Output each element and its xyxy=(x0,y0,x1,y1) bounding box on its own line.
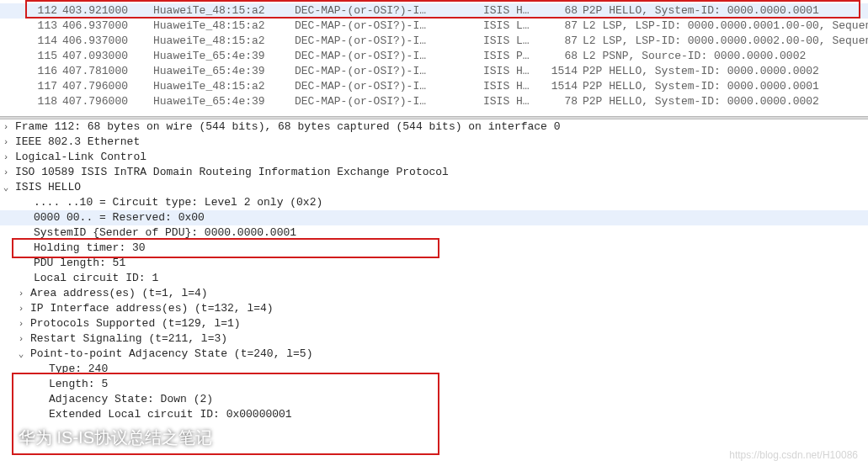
packet-row[interactable]: 115 407.093000 HuaweiTe_65:4e:39 DEC-MAP… xyxy=(0,49,868,64)
col-len: 68 xyxy=(542,3,583,19)
field-ext-local-circuit[interactable]: Extended Local circuit ID: 0x00000001 xyxy=(0,407,868,422)
col-no: 112 xyxy=(27,3,62,19)
tree-protocols[interactable]: › Protocols Supported (t=129, l=1) xyxy=(0,316,868,331)
tree-frame[interactable]: › Frame 112: 68 bytes on wire (544 bits)… xyxy=(0,119,868,135)
tree-label: Frame 112: 68 bytes on wire (544 bits), … xyxy=(12,119,561,135)
chevron-down-icon[interactable]: ⌄ xyxy=(0,180,12,195)
col-source: HuaweiTe_48:15:a2 xyxy=(153,3,295,19)
chevron-right-icon[interactable]: › xyxy=(0,135,12,150)
col-dest: DEC-MAP-(or-OSI?)-I… xyxy=(295,3,483,19)
packet-row[interactable]: 118 407.796000 HuaweiTe_65:4e:39 DEC-MAP… xyxy=(0,94,868,109)
field-circuit-type[interactable]: .... ..10 = Circuit type: Level 2 only (… xyxy=(0,195,868,210)
packet-list[interactable]: 112 403.921000 HuaweiTe_48:15:a2 DEC-MAP… xyxy=(0,0,868,116)
tree-iso[interactable]: › ISO 10589 ISIS InTRA Domain Routeing I… xyxy=(0,165,868,180)
packet-row[interactable]: 117 407.796000 HuaweiTe_48:15:a2 DEC-MAP… xyxy=(0,79,868,94)
chevron-right-icon[interactable]: › xyxy=(0,150,12,165)
tree-isis-hello[interactable]: ⌄ ISIS HELLO xyxy=(0,180,868,195)
chevron-right-icon[interactable]: › xyxy=(0,119,12,135)
packet-row[interactable]: 113 406.937000 HuaweiTe_48:15:a2 DEC-MAP… xyxy=(0,19,868,34)
packet-row[interactable]: 112 403.921000 HuaweiTe_48:15:a2 DEC-MAP… xyxy=(0,3,868,19)
col-time: 403.921000 xyxy=(62,3,153,19)
chevron-right-icon[interactable]: › xyxy=(15,286,27,301)
chevron-right-icon[interactable]: › xyxy=(0,165,12,180)
col-proto: ISIS H… xyxy=(483,3,542,19)
field-length[interactable]: Length: 5 xyxy=(0,377,868,392)
chevron-right-icon[interactable]: › xyxy=(15,301,27,316)
chevron-right-icon[interactable]: › xyxy=(15,316,27,331)
packet-row[interactable]: 116 407.781000 HuaweiTe_65:4e:39 DEC-MAP… xyxy=(0,64,868,79)
tree-area-address[interactable]: › Area address(es) (t=1, l=4) xyxy=(0,286,868,301)
field-adjacency-state[interactable]: Adjacency State: Down (2) xyxy=(0,392,868,407)
tree-restart[interactable]: › Restart Signaling (t=211, l=3) xyxy=(0,331,868,347)
field-local-circuit[interactable]: Local circuit ID: 1 xyxy=(0,271,868,286)
tree-p2p-adjacency[interactable]: ⌄ Point-to-point Adjacency State (t=240,… xyxy=(0,347,868,362)
field-pdu-length[interactable]: PDU length: 51 xyxy=(0,256,868,271)
field-holding-timer[interactable]: Holding timer: 30 xyxy=(0,241,868,256)
col-info: P2P HELLO, System-ID: 0000.0000.0001 xyxy=(583,3,868,19)
field-systemid[interactable]: SystemID {Sender of PDU}: 0000.0000.0001 xyxy=(0,225,868,241)
tree-ip-interface[interactable]: › IP Interface address(es) (t=132, l=4) xyxy=(0,301,868,316)
chevron-right-icon[interactable]: › xyxy=(15,331,27,347)
tree-ethernet[interactable]: › IEEE 802.3 Ethernet xyxy=(0,135,868,150)
tree-llc[interactable]: › Logical-Link Control xyxy=(0,150,868,165)
packet-row[interactable]: 114 406.937000 HuaweiTe_48:15:a2 DEC-MAP… xyxy=(0,34,868,49)
field-reserved[interactable]: 0000 00.. = Reserved: 0x00 xyxy=(0,210,868,225)
field-type[interactable]: Type: 240 xyxy=(0,362,868,377)
packet-details[interactable]: › Frame 112: 68 bytes on wire (544 bits)… xyxy=(0,119,868,463)
chevron-down-icon[interactable]: ⌄ xyxy=(15,347,27,362)
